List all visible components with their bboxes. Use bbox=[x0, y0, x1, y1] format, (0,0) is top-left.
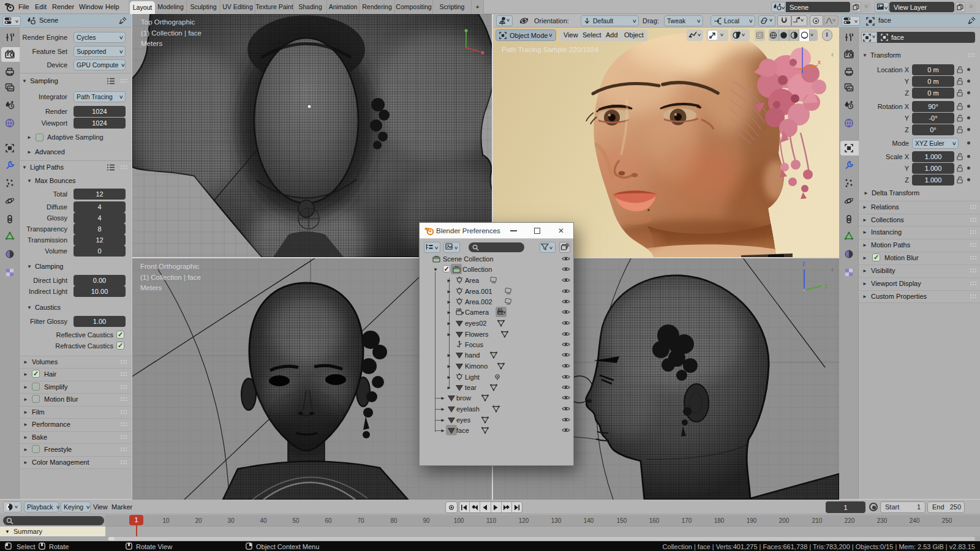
svg-text:MCH: MCH bbox=[499, 312, 504, 315]
svg-text:Meters: Meters bbox=[141, 40, 162, 47]
svg-text:(1) Collection | face: (1) Collection | face bbox=[141, 29, 202, 37]
svg-text:Meters: Meters bbox=[140, 284, 162, 291]
svg-text:‹: ‹ bbox=[831, 265, 834, 274]
svg-text:‹: ‹ bbox=[831, 50, 834, 59]
svg-text:(1) Collection | face: (1) Collection | face bbox=[140, 274, 201, 281]
svg-text:Front Orthographic: Front Orthographic bbox=[140, 263, 200, 270]
svg-text:x: x bbox=[818, 59, 821, 66]
svg-text:Path Tracing Sample 220/1024: Path Tracing Sample 220/1024 bbox=[502, 46, 599, 53]
svg-text:y: y bbox=[824, 282, 827, 289]
svg-text:z: z bbox=[802, 260, 805, 267]
svg-text:Top Orthographic: Top Orthographic bbox=[141, 18, 195, 26]
